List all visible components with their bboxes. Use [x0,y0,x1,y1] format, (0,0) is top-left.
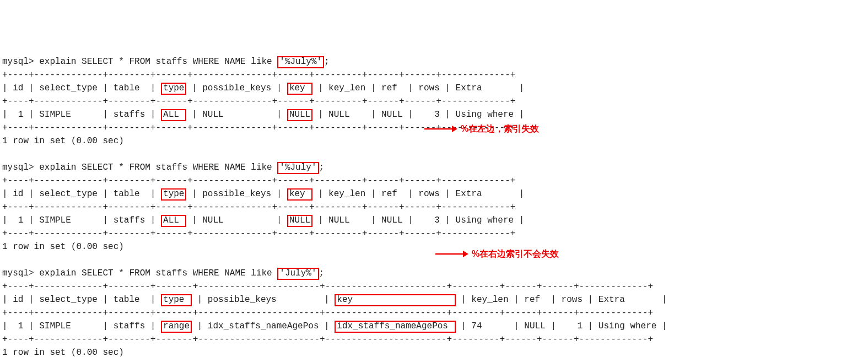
q3-foot: 1 row in set (0.00 sec) [2,348,124,357]
q1-hdr-tail: | key_len | ref | rows | Extra | [312,83,524,93]
arrow-right-icon [424,125,457,133]
query3-tail: ; [319,268,325,278]
q2-hdr-mid: | possible_keys | [186,189,287,199]
q3-hdr-mid: | possible_keys | [192,295,335,305]
q3-sep2: +----+-------------+--------+-------+---… [2,308,653,318]
q3-row-tail: | 74 | NULL | 1 | Using where | [456,321,667,331]
q1-row-key-highlight: NULL [287,109,312,121]
q2-row-pre: | 1 | SIMPLE | staffs | [2,215,161,225]
query1-literal-highlight: '%July%' [277,56,324,68]
q2-row-key-highlight: NULL [287,215,312,227]
q3-hdr-tail: | key_len | ref | rows | Extra | [456,295,667,305]
q1-row-tail: | NULL | NULL | 3 | Using where | [312,110,524,120]
q2-row-mid: | NULL | [186,215,287,225]
q2-hdr-key-highlight: key [287,188,312,201]
q1-foot: 1 row in set (0.00 sec) [2,136,124,146]
q1-hdr-key-highlight: key [287,83,312,95]
svg-marker-3 [463,251,468,257]
q3-hdr-type-highlight: type [161,294,192,306]
query1-tail: ; [324,57,330,67]
q1-row-type-highlight: ALL [161,109,186,121]
q3-hdr-pre: | id | select_type | table | [2,295,161,305]
annotation-text-2: %在右边索引不会失效 [472,247,559,261]
q2-foot: 1 row in set (0.00 sec) [2,242,124,252]
q1-sep1: +----+-------------+--------+------+----… [2,70,515,80]
q3-sep1: +----+-------------+--------+-------+---… [2,282,653,291]
q1-row-pre: | 1 | SIMPLE | staffs | [2,110,161,120]
q3-row-type-highlight: range [161,321,192,333]
q2-row-type-highlight: ALL [161,215,186,227]
q3-hdr-key-highlight: key [335,294,455,306]
annotation-arrow-2: %在右边索引不会失效 [435,247,559,261]
q2-sep1: +----+-------------+--------+------+----… [2,176,515,186]
q1-hdr-mid: | possible_keys | [186,83,287,93]
q2-hdr-tail: | key_len | ref | rows | Extra | [312,189,524,199]
q1-hdr-pre: | id | select_type | table | [2,83,161,93]
q3-row-mid: | idx_staffs_nameAgePos | [192,321,335,331]
query2-literal-highlight: '%July' [277,162,319,174]
query3-literal-highlight: 'July%' [277,268,319,280]
q2-hdr-pre: | id | select_type | table | [2,189,161,199]
q3-sep3: +----+-------------+--------+-------+---… [2,334,653,344]
query1-prompt: mysql> explain SELECT * FROM staffs WHER… [2,57,277,67]
q2-sep3: +----+-------------+--------+------+----… [2,229,515,239]
arrow-right-icon [435,250,468,258]
query2-tail: ; [319,163,325,172]
q3-row-pre: | 1 | SIMPLE | staffs | [2,321,161,331]
q2-sep2: +----+-------------+--------+------+----… [2,202,515,212]
annotation-text-1: %在左边，索引失效 [461,122,539,136]
annotation-arrow-1: %在左边，索引失效 [424,122,539,136]
q1-row-mid: | NULL | [186,110,287,120]
query3-prompt: mysql> explain SELECT * FROM staffs WHER… [2,268,277,278]
q2-hdr-type-highlight: type [161,188,186,201]
query2-prompt: mysql> explain SELECT * FROM staffs WHER… [2,163,277,172]
q1-hdr-type-highlight: type [161,83,186,95]
q3-row-key-highlight: idx_staffs_nameAgePos [335,321,455,333]
svg-marker-1 [452,126,457,132]
q2-row-tail: | NULL | NULL | 3 | Using where | [312,215,524,225]
q1-sep2: +----+-------------+--------+------+----… [2,96,515,106]
